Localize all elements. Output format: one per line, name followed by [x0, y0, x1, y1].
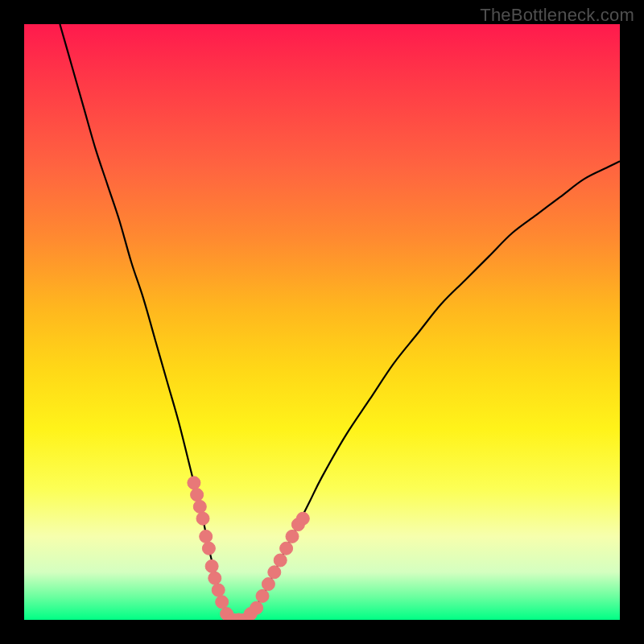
- marker-dot: [212, 584, 225, 597]
- marker-dot: [286, 530, 299, 543]
- marker-dot: [191, 489, 204, 502]
- curve-layer: [24, 24, 620, 620]
- marker-dot: [188, 477, 200, 489]
- marker-dot: [205, 559, 218, 572]
- marker-dot: [193, 500, 206, 513]
- marker-dot: [250, 601, 263, 614]
- marker-dot: [256, 589, 269, 602]
- marker-dot: [196, 512, 209, 525]
- marker-group: [188, 477, 309, 620]
- marker-dot: [274, 554, 287, 567]
- watermark-text: TheBottleneck.com: [480, 5, 634, 26]
- plot-area: [24, 24, 620, 620]
- marker-dot: [262, 578, 275, 591]
- marker-dot: [216, 596, 229, 609]
- chart-frame: TheBottleneck.com: [0, 0, 644, 644]
- marker-dot: [200, 530, 213, 543]
- marker-dot: [202, 542, 215, 555]
- marker-dot: [208, 572, 221, 584]
- marker-dot: [296, 512, 309, 525]
- bottleneck-curve: [60, 24, 620, 620]
- marker-dot: [268, 566, 281, 579]
- marker-dot: [280, 542, 293, 555]
